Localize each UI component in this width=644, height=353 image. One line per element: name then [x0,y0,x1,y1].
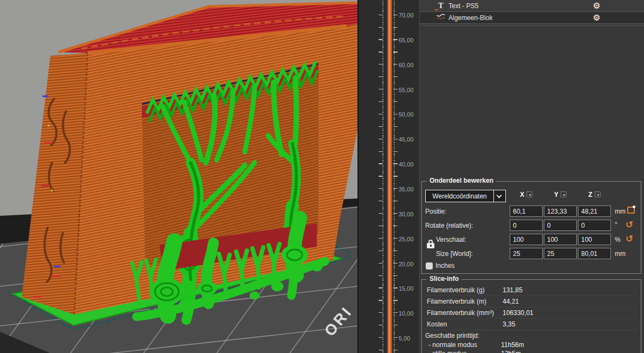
ruler-label: 10,00 [399,310,414,317]
slice-info-row: Filamentverbruik (g) 131,85 [425,285,638,296]
slice-info-groupbox: Slice-info Filamentverbruik (g) 131,85 F… [421,279,641,353]
print-time-row: - normale modus 11h56m [424,341,639,349]
scene-list-item-algemeen-blok[interactable]: Algemeen-Blok ⚙ [420,11,644,24]
scene-list-item-text-ps5[interactable]: T Text - PS5 ⚙ [420,0,644,11]
size-unit: mm [615,250,626,258]
ruler-label-text: 70,00 [399,12,414,18]
axis-header-x: X [510,191,543,198]
ruler-label-text: 50,00 [399,111,414,118]
scale-unit: % [615,236,621,243]
dropdown-arrow-cell [493,190,505,202]
ruler-label-text: 55,00 [399,87,414,93]
ruler-label: 45,00 [399,136,414,143]
axis-header-y: Y [544,191,577,198]
ruler-label-text: 60,00 [399,62,414,68]
print-time-row: - stille modus 12h5m [424,349,639,353]
ruler-major-ticks-right [393,0,398,353]
rotate-unit: ° [615,221,617,228]
ruler-label: 65,00 [399,36,414,44]
ruler-label: 35,00 [399,185,414,193]
rotate-y-input[interactable] [544,220,577,231]
ruler-label-text: 20,00 [399,261,414,267]
ruler-label-text: 35,00 [399,186,414,192]
print-time-header: Geschatte printtijd: [425,332,479,339]
scale-label: Verschaal: [436,236,466,243]
slice-info-row: Filamentverbruik (m) 44,21 [425,296,638,307]
slice-info-value: 44,21 [503,296,519,307]
uniform-scale-lock-icon[interactable] [427,240,435,249]
inches-checkbox[interactable] [426,262,433,269]
item-settings-gear-icon[interactable]: ⚙ [592,1,601,10]
text-icon: T [436,2,446,10]
rotate-x-input[interactable] [510,220,543,231]
scale-y-input[interactable] [544,234,577,245]
slice-info-value: 131,85 [503,285,523,296]
slice-info-row: Kosten 3,35 [425,319,638,330]
position-x-input[interactable] [510,206,543,217]
size-y-input[interactable] [544,248,577,259]
ruler-label: 40,00 [399,161,414,168]
ruler-label-text: 65,00 [399,37,414,43]
axis-target-icon [595,191,601,197]
item-settings-gear-icon[interactable]: ⚙ [592,13,601,22]
ruler-label-text: 30,00 [399,211,414,217]
ruler-label: 30,00 [399,210,414,218]
list-separator [420,25,644,25]
slice-info-label: Kosten [427,319,447,330]
size-x-input[interactable] [510,248,543,259]
ruler-label: 15,00 [399,285,414,292]
slice-info-value: 106330,01 [503,307,534,319]
groupbox-title: Slice-info [427,275,461,283]
slice-info-row: Filamentverbruik (mm³) 106330,01 [425,307,638,319]
position-y-input[interactable] [544,206,577,217]
ruler-label-text: 25,00 [399,236,414,242]
print-time-label: - normale modus [428,341,477,349]
inches-label: Inches [435,262,454,269]
reset-scale-icon[interactable]: ↺ [626,234,633,243]
slice-info-label: Filamentverbruik (g) [427,285,485,296]
position-z-input[interactable] [578,206,611,217]
coordinate-system-value: Wereldcoördinaten [426,192,493,200]
edit-part-groupbox: Onderdeel bewerken Wereldcoördinaten X Y… [421,181,641,274]
ruler-label: 5,00 [399,335,410,342]
scene-item-label: Algemeen-Blok [448,14,492,22]
rotate-z-input[interactable] [578,220,611,231]
size-label: Size [World]: [436,250,473,258]
ruler-label: 25,00 [399,235,414,243]
ruler-label: 20,00 [399,260,414,268]
ruler-label: 70,00 [399,11,414,19]
drop-to-bed-icon[interactable] [627,207,635,214]
scale-x-input[interactable] [510,234,543,245]
right-panel: T Text - PS5 ⚙ Algemeen-Blok ⚙ [419,0,644,353]
position-label: Positie: [425,208,446,215]
3d-viewport[interactable]: ORI [0,0,357,353]
ruler-major-ticks-left [379,0,382,353]
ruler-label: 50,00 [399,111,414,118]
rotate-label: Rotate (relative): [425,222,473,229]
scene-item-label: Text - PS5 [448,2,478,10]
layer-ruler: 70,00 65,00 60,00 55,00 50,00 [357,0,419,353]
gcode-preview-canvas: ORI [0,0,357,353]
ruler-label-text: 40,00 [399,161,414,168]
layer-slider-bar[interactable] [387,0,392,353]
reset-rotation-icon[interactable]: ↺ [626,220,633,229]
position-unit: mm [615,208,626,215]
print-time-value: 12h5m [501,349,521,353]
ruler-label-text: 10,00 [399,310,414,317]
groupbox-title: Onderdeel bewerken [427,177,496,184]
ruler-label: 60,00 [399,61,414,69]
size-z-input[interactable] [578,248,611,259]
ruler-minor-ticks-left [382,0,383,353]
axis-target-icon [561,191,567,197]
axis-header-z: Z [578,191,611,198]
scale-z-input[interactable] [578,234,611,245]
chevron-down-icon [497,193,502,198]
application-window: ORI [0,0,644,353]
slice-info-value: 3,35 [503,319,515,330]
axis-target-icon [526,191,532,197]
print-time-value: 11h56m [501,341,524,349]
ruler-label-text: 5,00 [399,335,410,342]
slice-info-label: Filamentverbruik (mm³) [427,307,494,319]
coordinate-system-select[interactable]: Wereldcoördinaten [425,190,506,202]
mesh-icon [436,13,446,22]
